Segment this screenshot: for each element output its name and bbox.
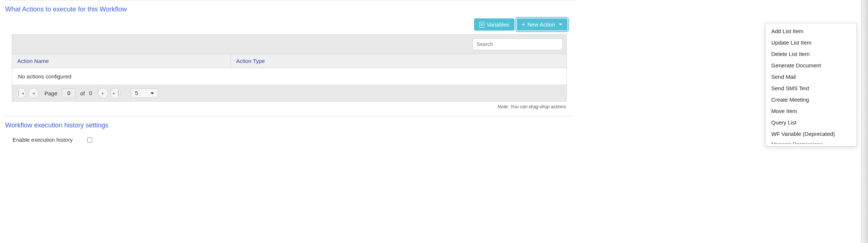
pager-page-input[interactable] bbox=[62, 88, 76, 98]
chevron-down-icon bbox=[150, 92, 154, 94]
pager-next-button[interactable]: ▸ bbox=[98, 88, 108, 98]
pager-page-size-select[interactable]: 5 bbox=[131, 88, 158, 98]
column-action-type[interactable]: Action Type bbox=[231, 54, 566, 68]
search-input[interactable] bbox=[473, 38, 563, 50]
pager-last-button[interactable]: ▸▕ bbox=[110, 88, 121, 98]
grid-empty-row: No actions configured bbox=[12, 68, 566, 85]
new-action-button[interactable]: + New Action bbox=[517, 18, 568, 31]
pager-total: 0 bbox=[89, 90, 92, 96]
enable-history-checkbox[interactable] bbox=[87, 137, 92, 142]
enable-history-label: Enable execution history bbox=[13, 137, 72, 143]
pager-page-size-value: 5 bbox=[135, 90, 138, 96]
variables-button-label: Variables bbox=[487, 21, 509, 28]
drag-drop-note: Note: You can drag-drop actions bbox=[4, 102, 575, 116]
document-icon bbox=[479, 22, 484, 28]
grid-header: Action Name Action Type bbox=[12, 54, 566, 68]
pager-prev-button[interactable]: ◂ bbox=[28, 88, 39, 98]
pager-first-button[interactable]: ▏◂ bbox=[16, 88, 26, 98]
actions-grid: Action Name Action Type No actions confi… bbox=[12, 34, 567, 102]
plus-icon: + bbox=[522, 22, 525, 28]
chevron-down-icon bbox=[559, 24, 562, 25]
divider bbox=[4, 0, 575, 0]
pager-page-label: Page bbox=[45, 90, 57, 96]
section-actions-title: What Actions to execute for this Workflo… bbox=[4, 3, 575, 18]
pager-of-label: of bbox=[80, 90, 85, 96]
new-action-button-label: New Action bbox=[527, 21, 555, 28]
divider bbox=[4, 116, 575, 116]
section-history-title: Workflow execution history settings bbox=[4, 119, 575, 134]
variables-button[interactable]: Variables bbox=[474, 18, 514, 31]
grid-pager: ▏◂ ◂ Page of 0 ▸ ▸▕ 5 bbox=[12, 85, 566, 101]
column-action-name[interactable]: Action Name bbox=[12, 54, 231, 68]
